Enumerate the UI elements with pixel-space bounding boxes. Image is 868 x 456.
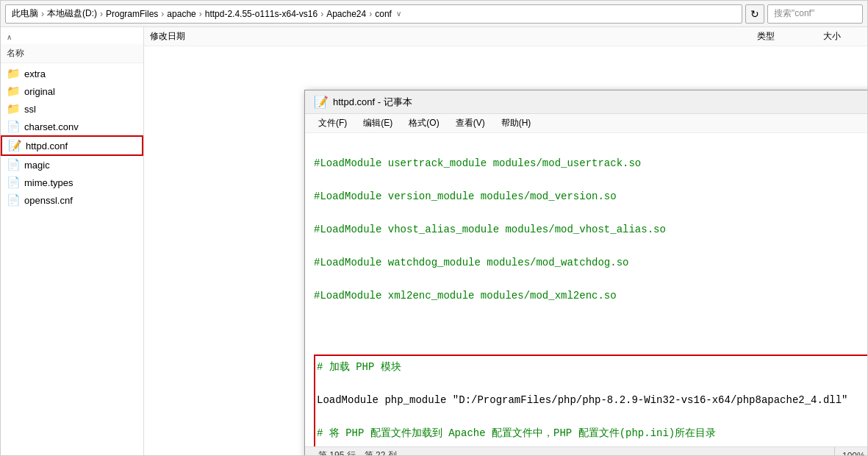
file-name: mime.types — [24, 177, 73, 188]
file-name: original — [24, 86, 55, 97]
php-block: # 加载 PHP 模块 LoadModule php_module "D:/Pr… — [314, 355, 867, 446]
php-comment-1: # 加载 PHP 模块 — [317, 359, 867, 375]
php-line-loadmodule: LoadModule php_module "D:/ProgramFiles/p… — [317, 392, 867, 408]
column-headers: 名称 — [1, 44, 143, 63]
file-name: openssl.cnf — [24, 195, 73, 206]
file-name: charset.conv — [24, 121, 79, 132]
list-item-httpd-conf[interactable]: 📝 httpd.conf — [1, 135, 143, 156]
list-item-magic[interactable]: 📄 magic — [1, 156, 143, 174]
menu-edit[interactable]: 编辑(E) — [356, 115, 400, 131]
line-blank1 — [314, 320, 867, 336]
list-item-charset[interactable]: 📄 charset.conv — [1, 118, 143, 135]
file-icon: 📄 — [7, 193, 20, 207]
conf-icon: 📝 — [8, 139, 21, 152]
address-path[interactable]: 此电脑 › 本地磁盘(D:) › ProgramFiles › apache ›… — [5, 4, 742, 24]
list-item-mime[interactable]: 📄 mime.types — [1, 174, 143, 191]
menu-help[interactable]: 帮助(H) — [494, 115, 539, 131]
search-placeholder: 搜索"conf" — [774, 7, 814, 20]
file-list: 📁 extra 📁 original 📁 ssl 📄 charset.conv … — [1, 63, 143, 210]
list-item-ssl[interactable]: 📁 ssl — [1, 100, 143, 118]
list-item-original[interactable]: 📁 original — [1, 82, 143, 100]
notepad-menubar: 文件(F) 编辑(E) 格式(O) 查看(V) 帮助(H) — [305, 114, 867, 133]
col-size-label: 大小 — [803, 30, 861, 43]
sort-header[interactable]: ∧ — [1, 30, 143, 44]
col-type-label: 类型 — [729, 30, 803, 43]
status-zoom: 100% — [835, 447, 867, 455]
col-name-label: 修改日期 — [150, 30, 729, 43]
folder-icon: 📁 — [7, 85, 20, 98]
path-apache24[interactable]: Apache24 — [326, 9, 366, 19]
path-pc[interactable]: 此电脑 — [12, 7, 38, 20]
path-apache[interactable]: apache — [167, 9, 196, 19]
list-item-extra[interactable]: 📁 extra — [1, 65, 143, 82]
file-icon: 📄 — [7, 158, 20, 171]
address-bar: 此电脑 › 本地磁盘(D:) › ProgramFiles › apache ›… — [1, 1, 867, 27]
line-3: #LoadModule vhost_alias_module modules/m… — [314, 221, 867, 238]
notepad-content[interactable]: #LoadModule usertrack_module modules/mod… — [305, 133, 867, 446]
path-d[interactable]: 本地磁盘(D:) — [47, 7, 97, 20]
notepad-window: 📝 httpd.conf - 记事本 — □ ✕ 文件(F) 编辑(E) 格式(… — [304, 90, 867, 455]
path-conf[interactable]: conf — [375, 9, 392, 19]
refresh-button[interactable]: ↻ — [745, 4, 764, 24]
file-icon: 📄 — [7, 176, 20, 189]
file-icon: 📄 — [7, 120, 20, 133]
menu-format[interactable]: 格式(O) — [401, 115, 446, 131]
status-position: 第 195 行，第 22 列 — [311, 447, 835, 455]
line-5: #LoadModule xml2enc_module modules/mod_x… — [314, 288, 867, 304]
menu-view[interactable]: 查看(V) — [448, 115, 492, 131]
path-httpd[interactable]: httpd-2.4.55-o111s-x64-vs16 — [205, 9, 318, 19]
line-4: #LoadModule watchdog_module modules/mod_… — [314, 254, 867, 271]
line-1: #LoadModule usertrack_module modules/mod… — [314, 155, 867, 171]
list-item-openssl[interactable]: 📄 openssl.cnf — [1, 191, 143, 209]
content-area: ∧ 名称 📁 extra 📁 original 📁 ssl — [1, 27, 867, 455]
notepad-title: httpd.conf - 记事本 — [333, 96, 867, 109]
notepad-app-icon: 📝 — [314, 95, 329, 109]
notepad-titlebar: 📝 httpd.conf - 记事本 — □ ✕ — [305, 90, 867, 114]
file-name: httpd.conf — [26, 140, 68, 152]
file-name: extra — [24, 68, 46, 79]
file-sidebar: ∧ 名称 📁 extra 📁 original 📁 ssl — [1, 27, 144, 455]
path-programfiles[interactable]: ProgramFiles — [106, 9, 158, 19]
php-comment-2: # 将 PHP 配置文件加载到 Apache 配置文件中，PHP 配置文件(ph… — [317, 425, 867, 441]
notepad-body: #LoadModule usertrack_module modules/mod… — [305, 133, 867, 446]
main-col-headers: 修改日期 类型 大小 — [144, 27, 867, 46]
sort-chevron: ∧ — [7, 33, 12, 41]
search-box[interactable]: 搜索"conf" — [767, 4, 863, 24]
notepad-statusbar: 第 195 行，第 22 列 100% Windows (CRLF) UTF-8 — [305, 446, 867, 455]
file-name: ssl — [24, 104, 36, 115]
path-dropdown-chevron[interactable]: ∨ — [396, 10, 401, 18]
menu-file[interactable]: 文件(F) — [311, 115, 354, 131]
file-name: magic — [24, 160, 50, 171]
line-2: #LoadModule version_module modules/mod_v… — [314, 188, 867, 204]
folder-icon: 📁 — [7, 102, 20, 115]
col-name-header: 名称 — [7, 47, 137, 60]
folder-icon: 📁 — [7, 67, 20, 80]
file-explorer: 此电脑 › 本地磁盘(D:) › ProgramFiles › apache ›… — [0, 0, 868, 456]
